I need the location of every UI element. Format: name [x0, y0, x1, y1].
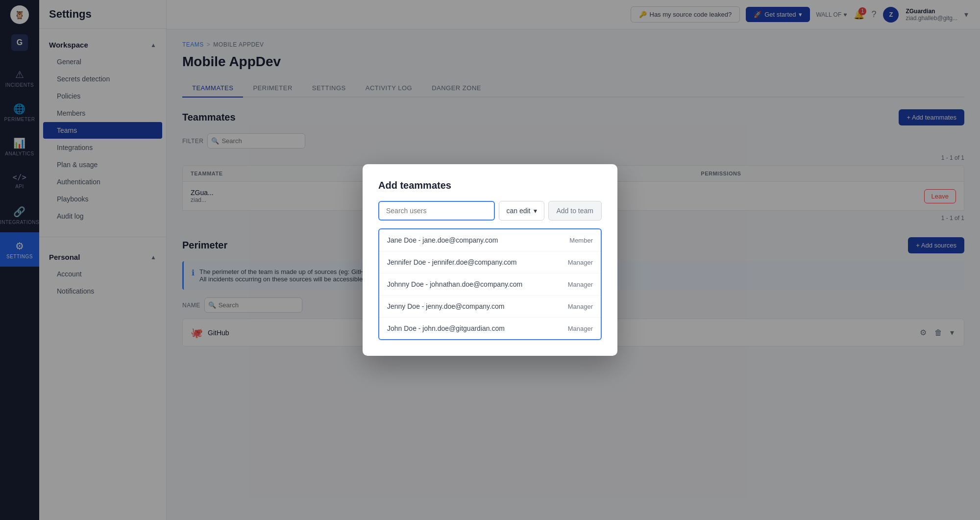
modal-overlay[interactable]: Add teammates can edit ▾ Add to team Jan…: [0, 0, 980, 520]
add-teammates-modal: Add teammates can edit ▾ Add to team Jan…: [363, 164, 617, 356]
user-list-role: Manager: [568, 281, 593, 288]
modal-search-wrap: [378, 201, 495, 221]
modal-role-dropdown[interactable]: can edit ▾: [499, 201, 544, 221]
modal-title: Add teammates: [378, 180, 602, 191]
modal-role-label: can edit: [506, 207, 530, 215]
user-list-role: Manager: [568, 303, 593, 310]
list-item[interactable]: John Doe - john.doe@gitguardian.com Mana…: [379, 318, 601, 339]
user-list: Jane Doe - jane.doe@company.com Member J…: [378, 228, 602, 340]
add-to-team-button[interactable]: Add to team: [548, 201, 602, 221]
user-list-name: Jenny Doe - jenny.doe@company.com: [387, 302, 504, 310]
user-list-name: Jennifer Doe - jennifer.doe@company.com: [387, 258, 517, 266]
user-list-name: Jane Doe - jane.doe@company.com: [387, 236, 498, 244]
user-list-role: Member: [569, 237, 593, 244]
user-list-role: Manager: [568, 325, 593, 332]
modal-search-row: can edit ▾ Add to team: [378, 201, 602, 221]
user-list-name: John Doe - john.doe@gitguardian.com: [387, 324, 505, 332]
list-item[interactable]: Jane Doe - jane.doe@company.com Member: [379, 229, 601, 251]
list-item[interactable]: Johnny Doe - johnathan.doe@company.com M…: [379, 273, 601, 296]
list-item[interactable]: Jenny Doe - jenny.doe@company.com Manage…: [379, 296, 601, 318]
user-list-role: Manager: [568, 259, 593, 266]
dropdown-chevron-icon: ▾: [534, 207, 537, 215]
list-item[interactable]: Jennifer Doe - jennifer.doe@company.com …: [379, 251, 601, 273]
modal-search-input[interactable]: [378, 201, 495, 221]
user-list-name: Johnny Doe - johnathan.doe@company.com: [387, 280, 522, 288]
